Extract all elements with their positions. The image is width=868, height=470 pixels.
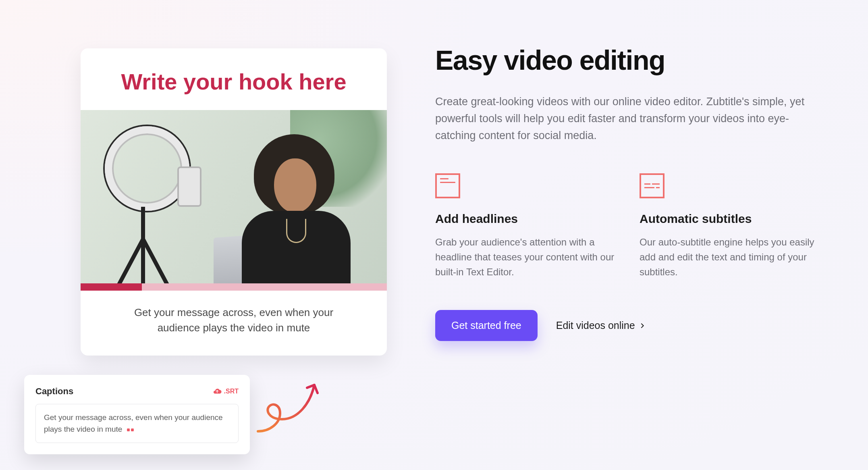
- progress-fill: [81, 283, 142, 291]
- feature-description: Grab your audience's attention with a he…: [435, 235, 615, 280]
- video-area: [81, 110, 387, 291]
- secondary-link-label: Edit videos online: [556, 320, 635, 331]
- captions-panel: Captions .SRT Get your message across, e…: [24, 375, 250, 454]
- feature-title: Automatic subtitles: [640, 212, 820, 226]
- hook-headline: Write your hook here: [109, 69, 358, 95]
- page-title: Easy video editing: [435, 44, 820, 76]
- edit-videos-online-link[interactable]: Edit videos online: [556, 320, 646, 331]
- feature-description: Our auto-subtitle engine helps you easil…: [640, 235, 820, 280]
- headline-icon: [435, 173, 460, 198]
- feature-title: Add headlines: [435, 212, 615, 226]
- captions-panel-title: Captions: [35, 386, 73, 397]
- page-description: Create great-looking videos with our onl…: [435, 94, 810, 144]
- preview-caption: Get your message across, even when your …: [81, 291, 387, 335]
- video-frame: [81, 110, 387, 283]
- video-preview-card: Write your hook here: [81, 48, 387, 356]
- progress-bar[interactable]: [81, 283, 387, 291]
- caption-input[interactable]: Get your message across, even when your …: [35, 404, 239, 443]
- export-srt-button[interactable]: .SRT: [213, 387, 239, 396]
- feature-add-headlines: Add headlines Grab your audience's atten…: [435, 173, 615, 280]
- drag-handle-icon[interactable]: [127, 428, 134, 431]
- feature-automatic-subtitles: Automatic subtitles Our auto-subtitle en…: [640, 173, 820, 280]
- subtitle-icon: [640, 173, 664, 198]
- get-started-button[interactable]: Get started free: [435, 310, 538, 341]
- upload-cloud-icon: [213, 387, 222, 396]
- chevron-right-icon: [639, 322, 646, 329]
- swirl-arrow-icon: [250, 375, 330, 439]
- srt-label: .SRT: [224, 388, 239, 395]
